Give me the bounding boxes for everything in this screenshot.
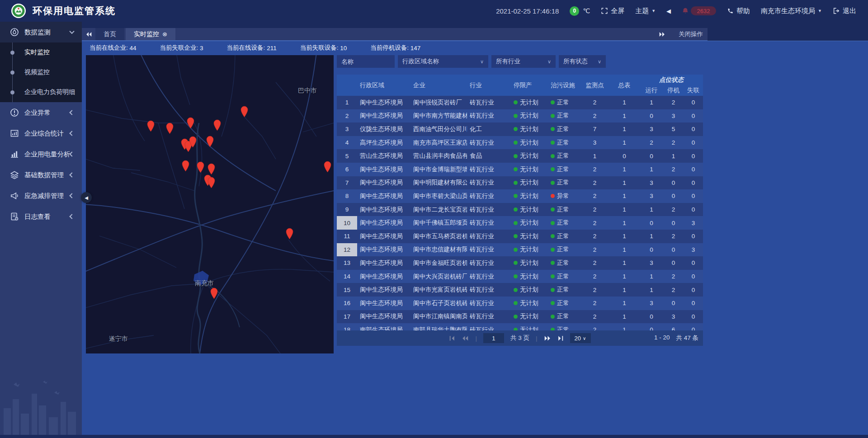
help-button[interactable]: 帮助 (727, 7, 750, 15)
logout-button[interactable]: 退出 (833, 7, 856, 15)
sidebar-item[interactable]: 应急减排管理 (0, 185, 82, 206)
sidebar-item[interactable]: 数据监测 (0, 22, 82, 42)
cell-index: 17 (337, 310, 357, 324)
sidebar-item[interactable]: 基础数据管理 (0, 165, 82, 185)
status-dot-icon (551, 114, 555, 118)
table-row[interactable]: 3 仪陇生态环境局 西南油气田分公司川中 化工 无计划 正常 7 1 3 5 0 (337, 122, 703, 136)
map-marker-pin-icon[interactable] (196, 161, 205, 173)
table-row[interactable]: 11 阆中生态环境局 阆中市五马桥页岩机砖 砖瓦行业 无计划 正常 2 1 1 … (337, 230, 703, 243)
map-marker-pin-icon[interactable] (210, 287, 218, 299)
cell-facility: 正常 (548, 109, 580, 123)
table-row[interactable]: 16 阆中生态环境局 阆中市石子页岩机砖厂 砖瓦行业 无计划 正常 2 1 3 … (337, 297, 703, 310)
next-page-button[interactable] (544, 335, 551, 341)
cell-points: 2 (580, 176, 609, 190)
tab[interactable]: 实时监控 ⊗ (126, 28, 175, 40)
map-marker-pin-icon[interactable] (285, 227, 294, 239)
sound-toggle-button[interactable]: ◀ (666, 8, 671, 14)
cell-points: 2 (580, 270, 609, 283)
cell-index: 13 (337, 256, 357, 270)
table-row[interactable]: 10 阆中生态环境局 阆中千佛镇五郎垭页岩 砖瓦行业 无计划 正常 2 1 0 … (337, 216, 703, 230)
cell-stop: 2 (663, 203, 684, 217)
tab[interactable]: 首页 (95, 28, 124, 40)
tabs-scroll-right-button[interactable] (655, 32, 669, 37)
temperature-unit: ℃ (583, 7, 590, 14)
tab-close-icon[interactable]: ⊗ (162, 31, 167, 38)
map-marker-pin-icon[interactable] (181, 160, 190, 171)
theme-dropdown[interactable]: 主题 ▼ (635, 7, 656, 15)
cell-limit: 无计划 (511, 189, 548, 203)
cell-facility: 正常 (548, 149, 580, 163)
pagination-bar: | 共 3 页 | 20 ∨ 1 - 20 共 47 条 (337, 330, 703, 346)
table-row[interactable]: 4 高坪生态环境局 南充市高坪区王家店建 砖瓦行业 无计划 正常 3 1 2 2… (337, 136, 703, 150)
sidebar-item[interactable]: 企业综合统计 (0, 123, 82, 144)
table-row[interactable]: 1 阆中生态环境局 阆中强锐页岩砖厂 砖瓦行业 无计划 正常 2 1 1 2 0 (337, 96, 703, 109)
stat-value: 147 (410, 45, 421, 52)
cell-meters: 1 (609, 297, 640, 310)
table-row[interactable]: 9 阆中生态环境局 阆中市二龙长宝页岩砖 砖瓦行业 无计划 正常 2 1 1 2… (337, 203, 703, 217)
map-marker-pin-icon[interactable] (189, 136, 197, 147)
tab-strip: 首页 实时监控 ⊗ 关闭操作 (82, 28, 708, 41)
cell-run: 1 (640, 270, 663, 283)
map-marker-pin-icon[interactable] (186, 117, 195, 128)
tabs-scroll-left-button[interactable] (82, 28, 95, 40)
status-dot-icon (514, 207, 518, 212)
table-row[interactable]: 5 营山生态环境局 营山县润丰肉食品有限 食品 无计划 正常 1 0 0 1 0 (337, 149, 703, 163)
cell-lost: 0 (684, 136, 703, 150)
sidebar-subitem[interactable]: 视频监控 (0, 62, 82, 82)
map-marker-pin-icon[interactable] (207, 176, 216, 188)
map-collapse-button[interactable]: ◀ (81, 192, 92, 203)
table-row[interactable]: 7 阆中生态环境局 阆中明阳建材有限公司 砖瓦行业 无计划 正常 2 1 3 0… (337, 176, 703, 190)
name-filter-input[interactable] (337, 55, 395, 68)
last-page-button[interactable] (557, 335, 564, 341)
sidebar-item[interactable]: 日志查看 (0, 206, 82, 227)
cell-region: 阆中生态环境局 (357, 283, 410, 297)
user-dropdown[interactable]: 南充市生态环境局 ▼ (761, 7, 822, 15)
table-row[interactable]: 13 阆中生态环境局 阆中市金福旺页岩机砖 砖瓦行业 无计划 正常 2 1 3 … (337, 256, 703, 270)
cell-points: 2 (580, 230, 609, 243)
close-operations-button[interactable]: 关闭操作 (679, 30, 703, 38)
cell-region: 阆中生态环境局 (357, 256, 410, 270)
first-page-button[interactable] (449, 335, 455, 341)
status-dot-icon (551, 248, 555, 252)
cell-lost: 3 (684, 216, 703, 230)
status-filter-value: 所有状态 (563, 57, 588, 66)
page-size-select[interactable]: 20 ∨ (570, 333, 591, 343)
map-marker-pin-icon[interactable] (323, 160, 332, 172)
cell-facility: 异常 (548, 189, 580, 203)
table-row[interactable]: 12 阆中生态环境局 阆中市忠信建材有限公 砖瓦行业 无计划 正常 2 1 0 … (337, 243, 703, 257)
fullscreen-button[interactable]: 全屏 (601, 7, 624, 15)
region-filter-select[interactable]: 行政区域名称 ∨ (398, 55, 488, 68)
table-row[interactable]: 18 南部生态环境局 南部县瑞华土陶有限公 砖瓦行业 无计划 正常 2 1 0 … (337, 323, 703, 330)
sidebar-subitem[interactable]: 企业电力负荷明细 (0, 82, 82, 102)
table-row[interactable]: 2 阆中生态环境局 阆中市南方节能建材有 砖瓦行业 无计划 正常 2 1 0 3… (337, 109, 703, 123)
limit-text: 无计划 (520, 326, 538, 330)
table-row[interactable]: 17 阆中生态环境局 阆中市江南镇阆南页岩 砖瓦行业 无计划 正常 2 1 0 … (337, 310, 703, 324)
table-row[interactable]: 15 阆中生态环境局 阆中市光富页岩机砖厂 砖瓦行业 无计划 正常 2 1 1 … (337, 283, 703, 297)
table-row[interactable]: 6 阆中生态环境局 阆中市金博瑞新型墙材 砖瓦行业 无计划 正常 2 1 1 2… (337, 163, 703, 176)
industry-filter-select[interactable]: 所有行业 ∨ (491, 55, 556, 68)
cell-region: 营山生态环境局 (357, 149, 410, 163)
map-marker-pin-icon[interactable] (165, 122, 174, 134)
map-panel[interactable]: 巴中市南充市遂宁市 (86, 55, 334, 353)
table-row[interactable]: 8 阆中生态环境局 阆中市枣碧大梁山页岩 砖瓦行业 无计划 异常 2 1 3 0… (337, 189, 703, 203)
sidebar-item[interactable]: 企业用电量分析 (0, 144, 82, 165)
sidebar-subitem[interactable]: 实时监控 (0, 42, 82, 62)
status-filter-select[interactable]: 所有状态 ∨ (559, 55, 606, 68)
facility-text: 异常 (557, 192, 569, 200)
sidebar-item[interactable]: 企业异常 (0, 102, 82, 123)
cell-limit: 无计划 (511, 283, 548, 297)
page-number-input[interactable] (483, 333, 504, 343)
map-marker-pin-icon[interactable] (146, 120, 155, 132)
map-marker-pin-icon[interactable] (207, 163, 216, 174)
cell-run: 0 (640, 310, 663, 324)
cell-points: 2 (580, 109, 609, 123)
cell-industry: 砖瓦行业 (467, 203, 511, 217)
map-marker-pin-icon[interactable] (213, 119, 222, 131)
table-row[interactable]: 14 阆中生态环境局 阆中大兴页岩机砖厂 砖瓦行业 无计划 正常 2 1 1 2… (337, 270, 703, 283)
prev-page-button[interactable] (462, 335, 469, 341)
tab-bar: 首页 实时监控 ⊗ 关闭操作 (82, 22, 868, 41)
notification-button[interactable]: 2632 (682, 6, 716, 15)
map-marker-pin-icon[interactable] (206, 135, 214, 147)
cell-lost: 0 (684, 323, 703, 330)
map-marker-pin-icon[interactable] (240, 105, 249, 117)
